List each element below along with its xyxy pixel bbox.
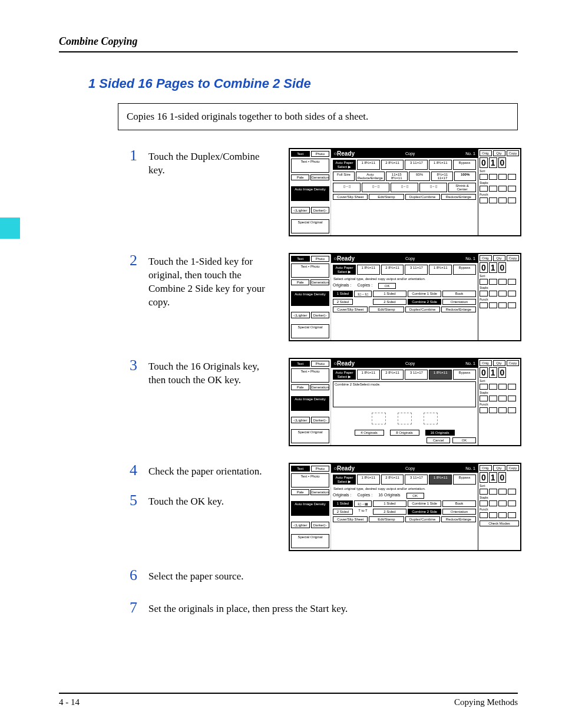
- text-button[interactable]: Text: [291, 256, 310, 262]
- tray1-button[interactable]: 1 8½×11: [357, 475, 380, 485]
- ratio2-button[interactable]: 8½×11 11×17: [431, 172, 453, 181]
- book-button[interactable]: Book: [442, 500, 476, 507]
- pale-button[interactable]: Pale: [291, 174, 309, 180]
- two-sided-copy-button[interactable]: 2 Sided: [373, 299, 406, 305]
- tray3-button[interactable]: 3 11×17: [405, 160, 428, 170]
- duplex-combine-button[interactable]: Duplex/Combine: [405, 516, 440, 522]
- orientation-button[interactable]: Orientation: [442, 509, 476, 515]
- text-button[interactable]: Text: [291, 151, 310, 157]
- auto-image-density-button[interactable]: Auto Image Density: [291, 291, 329, 305]
- edit-stamp-button[interactable]: Edit/Stamp: [369, 194, 404, 200]
- auto-image-density-button[interactable]: Auto Image Density: [291, 396, 329, 410]
- two-sided-original-button[interactable]: 2 Sided: [333, 299, 353, 305]
- duplex-opt-3[interactable]: ▯→▯: [391, 183, 418, 192]
- photo-button[interactable]: Photo: [311, 151, 330, 157]
- reduce-enlarge-button[interactable]: Reduce/Enlarge: [441, 307, 476, 312]
- reduce-enlarge-button[interactable]: Reduce/Enlarge: [441, 516, 476, 522]
- cover-slip-sheet-button[interactable]: Cover/Slip Sheet: [333, 194, 368, 200]
- auto-paper-select-button[interactable]: Auto Paper Select ▶: [333, 160, 356, 170]
- tray3-button[interactable]: 3 11×17: [405, 370, 428, 380]
- tray4-button[interactable]: 1 8½×11: [429, 370, 452, 380]
- book-button[interactable]: Book: [442, 291, 476, 297]
- pale-button[interactable]: Pale: [291, 279, 309, 285]
- text-photo-button[interactable]: Text • Photo: [291, 473, 329, 487]
- bypass-button[interactable]: Bypass: [453, 370, 476, 380]
- tray1-button[interactable]: 1 8½×11: [357, 370, 380, 380]
- one-sided-original-button[interactable]: 1 Sided: [333, 291, 353, 297]
- special-original-button[interactable]: Special Original: [291, 219, 329, 233]
- photo-button[interactable]: Photo: [311, 361, 330, 367]
- auto-image-density-button[interactable]: Auto Image Density: [291, 186, 329, 200]
- cover-slip-sheet-button[interactable]: Cover/Slip Sheet: [333, 516, 368, 522]
- auto-paper-select-button[interactable]: Auto Paper Select ▶: [333, 370, 356, 380]
- lighter-button[interactable]: ◁Lighter: [291, 312, 310, 318]
- tray2-button[interactable]: 2 8½×11: [381, 265, 404, 275]
- combine-1-side-button[interactable]: Combine 1 Side: [408, 500, 441, 507]
- ratio1-button[interactable]: 11×15 8½×11: [386, 172, 408, 181]
- reduce-enlarge-button[interactable]: Reduce/Enlarge: [441, 194, 476, 200]
- special-original-button[interactable]: Special Original: [291, 429, 329, 443]
- tray1-button[interactable]: 1 8½×11: [357, 265, 380, 275]
- edit-stamp-button[interactable]: Edit/Stamp: [369, 307, 404, 312]
- one-sided-copy-button[interactable]: 1 Sided: [373, 291, 406, 297]
- darker-button[interactable]: Darker▷: [311, 522, 330, 528]
- two-sided-copy-button[interactable]: 2 Sided: [373, 509, 406, 515]
- tray3-button[interactable]: 3 11×17: [405, 475, 428, 485]
- ok-button[interactable]: OK: [452, 437, 476, 443]
- darker-button[interactable]: Darker▷: [311, 207, 330, 213]
- hundred-percent-button[interactable]: 100%: [454, 172, 476, 181]
- duplex-combine-button[interactable]: Duplex/Combine: [405, 307, 440, 312]
- tray4-button[interactable]: 1 8½×11: [429, 475, 452, 485]
- tray1-button[interactable]: 1 8½×11: [357, 160, 380, 170]
- combine-1-side-button[interactable]: Combine 1 Side: [408, 291, 441, 297]
- text-photo-button[interactable]: Text • Photo: [291, 159, 329, 173]
- pale-button[interactable]: Pale: [291, 384, 309, 390]
- auto-paper-select-button[interactable]: Auto Paper Select ▶: [333, 475, 356, 485]
- two-sided-original-button[interactable]: 2 Sided: [333, 509, 353, 515]
- edit-stamp-button[interactable]: Edit/Stamp: [369, 516, 404, 522]
- full-size-button[interactable]: Full Size: [333, 172, 355, 181]
- one-sided-copy-button[interactable]: 1 Sided: [373, 500, 406, 507]
- tray2-button[interactable]: 2 8½×11: [381, 475, 404, 485]
- photo-button[interactable]: Photo: [311, 466, 330, 472]
- generation-button[interactable]: Generation: [310, 279, 329, 285]
- tray4-button[interactable]: 1 8½×11: [429, 265, 452, 275]
- auto-image-density-button[interactable]: Auto Image Density: [291, 501, 329, 515]
- generation-button[interactable]: Generation: [310, 174, 329, 180]
- darker-button[interactable]: Darker▷: [311, 417, 330, 423]
- special-original-button[interactable]: Special Original: [291, 324, 329, 338]
- duplex-opt-4[interactable]: ▯→▯: [419, 183, 447, 192]
- orientation-button[interactable]: Orientation: [442, 299, 476, 305]
- lighter-button[interactable]: ◁Lighter: [291, 417, 310, 423]
- pale-button[interactable]: Pale: [291, 489, 309, 495]
- shrink-center-button[interactable]: Shrink & Center: [448, 183, 476, 192]
- lighter-button[interactable]: ◁Lighter: [291, 207, 310, 213]
- generation-button[interactable]: Generation: [310, 384, 329, 390]
- cancel-button[interactable]: Cancel: [427, 437, 450, 443]
- cover-slip-sheet-button[interactable]: Cover/Slip Sheet: [333, 307, 368, 312]
- check-modes-button[interactable]: Check Modes: [480, 521, 519, 526]
- duplex-opt-1[interactable]: ▯→▯: [333, 183, 361, 192]
- combine-2-side-button[interactable]: Combine 2 Side: [408, 299, 441, 305]
- combine-2-side-button[interactable]: Combine 2 Side: [408, 509, 441, 515]
- auto-reduce-enlarge-button[interactable]: Auto Reduce/Enlarge: [356, 172, 385, 181]
- tray2-button[interactable]: 2 8½×11: [381, 370, 404, 380]
- lighter-button[interactable]: ◁Lighter: [291, 522, 310, 528]
- auto-paper-select-button[interactable]: Auto Paper Select ▶: [333, 265, 356, 275]
- 8-originals-button[interactable]: 8 Originals: [390, 430, 419, 436]
- bypass-button[interactable]: Bypass: [453, 160, 476, 170]
- text-photo-button[interactable]: Text • Photo: [291, 368, 329, 383]
- ok-button[interactable]: OK: [378, 283, 396, 289]
- generation-button[interactable]: Generation: [310, 489, 329, 495]
- darker-button[interactable]: Darker▷: [311, 312, 330, 318]
- bypass-button[interactable]: Bypass: [453, 265, 476, 275]
- duplex-combine-button[interactable]: Duplex/Combine: [405, 194, 440, 200]
- photo-button[interactable]: Photo: [311, 256, 330, 262]
- duplex-opt-2[interactable]: ▯→▯: [362, 183, 389, 192]
- 4-originals-button[interactable]: 4 Originals: [355, 430, 384, 436]
- bypass-button[interactable]: Bypass: [453, 475, 476, 485]
- tray2-button[interactable]: 2 8½×11: [381, 160, 404, 170]
- text-button[interactable]: Text: [291, 361, 310, 367]
- one-sided-original-button[interactable]: 1 Sided: [333, 500, 353, 507]
- 16-originals-button[interactable]: 16 Originals: [425, 430, 455, 436]
